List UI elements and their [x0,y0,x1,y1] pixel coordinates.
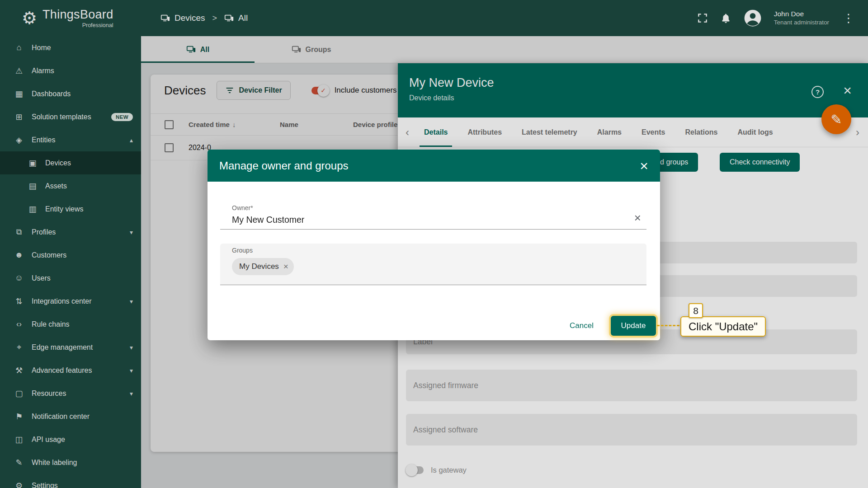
dialog-close-icon[interactable]: × [640,159,648,173]
group-chip[interactable]: My Devices × [232,258,294,275]
owner-clear-icon[interactable]: × [634,211,641,225]
dialog-actions: Cancel Update [564,316,656,336]
owner-field[interactable]: Owner* My New Customer × [220,201,646,230]
groups-field[interactable]: Groups My Devices × [220,244,646,285]
update-button[interactable]: Update [611,316,656,336]
dialog-body: Owner* My New Customer × Groups My Devic… [208,182,660,340]
owner-field-value: My New Customer [232,215,646,225]
owner-field-label: Owner* [232,201,646,211]
manage-owner-groups-dialog: Manage owner and groups × Owner* My New … [208,150,660,340]
groups-field-label: Groups [232,244,646,254]
group-chip-label: My Devices [239,262,279,271]
annotation-connector [657,325,679,326]
annotation-callout: Click "Update" [680,316,766,337]
cancel-button[interactable]: Cancel [564,318,599,334]
chip-remove-icon[interactable]: × [283,262,288,272]
dialog-header: Manage owner and groups × [208,150,660,182]
annotation-step-badge: 8 [689,303,703,318]
dialog-title: Manage owner and groups [219,160,640,172]
